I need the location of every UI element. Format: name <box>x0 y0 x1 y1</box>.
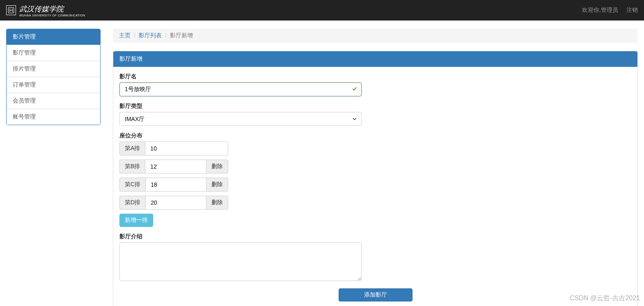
seat-row-label: 第B排 <box>119 160 145 174</box>
seat-row-input[interactable] <box>145 160 206 174</box>
welcome-link[interactable]: 欢迎你,管理员 <box>582 7 618 14</box>
seat-row: 第B排 删除 <box>119 160 228 174</box>
brand[interactable]: 武汉传媒学院 WUHAN UNIVERSITY OF COMMUNICATION <box>6 4 85 17</box>
breadcrumb-current: 影厅新增 <box>162 32 193 39</box>
brand-title: 武汉传媒学院 <box>19 5 64 13</box>
sidebar-item-account[interactable]: 账号管理 <box>7 109 100 125</box>
hall-type-label: 影厅类型 <box>119 103 631 110</box>
hall-name-label: 影厅名 <box>119 73 631 80</box>
seat-row: 第C排 删除 <box>119 178 228 192</box>
brand-logo-icon <box>6 5 16 15</box>
sidebar-heading: 影片管理 <box>7 29 100 45</box>
breadcrumb-list[interactable]: 影厅列表 <box>139 32 162 39</box>
hall-intro-label: 影厅介绍 <box>119 233 631 240</box>
breadcrumb: 主页 影厅列表 影厅新增 <box>113 29 638 43</box>
sidebar: 影片管理 影厅管理 排片管理 订单管理 会员管理 账号管理 <box>6 29 101 306</box>
form-panel-title: 影厅新增 <box>113 51 637 67</box>
seat-row: 第D排 删除 <box>119 196 228 210</box>
seat-row-input[interactable] <box>145 196 206 210</box>
breadcrumb-home[interactable]: 主页 <box>119 32 131 39</box>
add-row-button[interactable]: 新增一排 <box>119 214 153 227</box>
hall-intro-textarea[interactable] <box>119 242 362 281</box>
check-icon <box>352 86 358 93</box>
sidebar-item-member[interactable]: 会员管理 <box>7 93 100 109</box>
seat-row-input[interactable] <box>145 178 206 192</box>
delete-row-button[interactable]: 删除 <box>206 196 228 210</box>
sidebar-item-order[interactable]: 订单管理 <box>7 77 100 93</box>
logout-link[interactable]: 注销 <box>626 7 638 14</box>
sidebar-item-schedule[interactable]: 排片管理 <box>7 61 100 77</box>
seat-layout-label: 座位分布 <box>119 132 631 139</box>
hall-type-select[interactable]: IMAX厅 <box>119 112 362 126</box>
seat-row-label: 第C排 <box>119 178 145 192</box>
main-content: 主页 影厅列表 影厅新增 影厅新增 影厅名 影厅类型 <box>113 29 638 306</box>
sidebar-item-hall[interactable]: 影厅管理 <box>7 45 100 61</box>
submit-button[interactable]: 添加影厅 <box>339 288 413 301</box>
delete-row-button[interactable]: 删除 <box>206 160 228 174</box>
navbar: 武汉传媒学院 WUHAN UNIVERSITY OF COMMUNICATION… <box>0 0 644 21</box>
seat-row-label: 第D排 <box>119 196 145 210</box>
hall-name-input[interactable] <box>119 82 362 96</box>
seat-row-label: 第A排 <box>119 142 145 155</box>
delete-row-button[interactable]: 删除 <box>206 178 228 192</box>
brand-subtitle: WUHAN UNIVERSITY OF COMMUNICATION <box>19 14 85 17</box>
seat-row-input[interactable] <box>145 142 228 155</box>
seat-row: 第A排 <box>119 142 228 155</box>
